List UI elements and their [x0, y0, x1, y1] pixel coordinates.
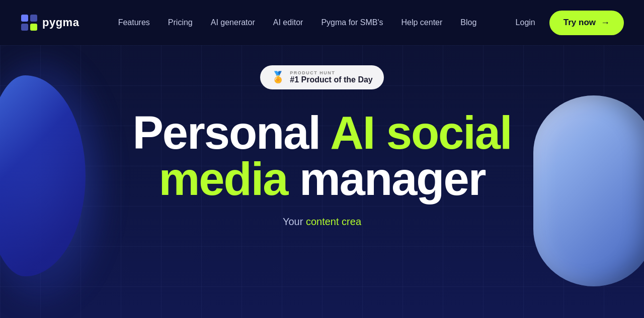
navbar: pygma Features Pricing AI generator AI e…: [0, 0, 644, 45]
ph-text: PRODUCT HUNT #1 Product of the Day: [290, 70, 372, 84]
nav-pygma-smb[interactable]: Pygma for SMB's: [321, 18, 383, 27]
headline-ai-social: AI social: [330, 107, 511, 158]
nav-ai-generator[interactable]: AI generator: [211, 18, 255, 27]
nav-right: Login Try now →: [516, 11, 624, 35]
headline-personal: Personal: [132, 107, 330, 158]
nav-blog[interactable]: Blog: [460, 18, 476, 27]
headline-line2: media manager: [132, 156, 511, 202]
medal-icon: 🏅: [271, 71, 285, 84]
headline-media: media: [159, 153, 299, 204]
ph-label: PRODUCT HUNT: [290, 70, 372, 75]
try-now-label: Try now: [564, 18, 596, 28]
login-link[interactable]: Login: [516, 18, 535, 27]
headline-manager: manager: [299, 153, 486, 204]
ph-title: #1 Product of the Day: [290, 75, 372, 84]
logo-icon: [20, 14, 38, 32]
arrow-icon: →: [601, 18, 610, 28]
nav-features[interactable]: Features: [118, 18, 150, 27]
subtext-start: Your: [283, 216, 306, 227]
subtext-highlight: content crea: [306, 216, 361, 227]
svg-rect-0: [21, 15, 28, 22]
nav-links: Features Pricing AI generator AI editor …: [118, 18, 477, 27]
logo-text: pygma: [42, 16, 79, 29]
hero-section: 🏅 PRODUCT HUNT #1 Product of the Day Per…: [0, 45, 644, 318]
nav-ai-editor[interactable]: AI editor: [273, 18, 303, 27]
nav-pricing[interactable]: Pricing: [168, 18, 193, 27]
try-now-button[interactable]: Try now →: [549, 11, 624, 35]
logo-link[interactable]: pygma: [20, 14, 79, 32]
nav-help-center[interactable]: Help center: [401, 18, 442, 27]
svg-rect-3: [30, 24, 37, 31]
hero-subtext: Your content crea: [283, 216, 361, 228]
hero-headline: Personal AI social media manager: [92, 110, 551, 202]
svg-rect-1: [30, 15, 37, 22]
svg-rect-2: [21, 24, 28, 31]
headline-line1: Personal AI social: [132, 110, 511, 156]
product-hunt-badge: 🏅 PRODUCT HUNT #1 Product of the Day: [260, 65, 383, 89]
